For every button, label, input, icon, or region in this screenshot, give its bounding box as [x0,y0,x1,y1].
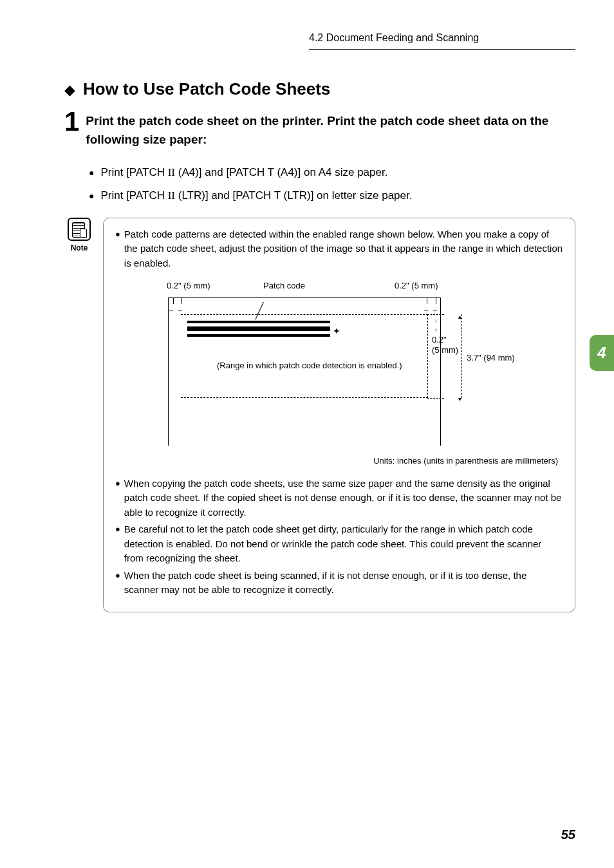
note-icon [68,218,91,241]
patch-bar [187,321,330,323]
chapter-tab: 4 [590,335,614,371]
bullet-icon: ● [89,165,94,180]
bullet-text: Print [PATCH II (A4)] and [PATCH T (A4)]… [100,166,387,179]
header-section: 4.2 Document Feeding and Scanning [309,32,575,50]
title-diamond-icon: ◆ [64,82,75,99]
note-item: ● When the patch code sheet is being sca… [115,569,563,598]
range-label: (Range in which patch code detection is … [217,361,402,372]
note-text: When copying the patch code sheets, use … [124,476,563,520]
bullet-icon: ● [115,522,120,566]
note-item: ● When copying the patch code sheets, us… [115,476,563,520]
section-title: How to Use Patch Code Sheets [83,79,330,99]
dim-right-margin: 0.2" (5 mm) [395,279,438,292]
step-number-1: 1 [64,108,79,135]
bullet-icon: ● [115,476,120,520]
note-box: ● Patch code patterns are detected withi… [103,218,575,612]
note-text: Be careful not to let the patch code she… [124,522,563,566]
patch-code-label: Patch code [263,279,305,292]
note-label: Note [71,243,88,252]
bullet-icon: ● [89,189,94,203]
step-1-instruction: Print the patch code sheet on the printe… [86,112,575,149]
note-text: When the patch code sheet is being scann… [124,569,563,598]
patch-code-diagram: 0.2" (5 mm) Patch code 0.2" (5 mm) ✦ (Ra… [135,279,563,448]
patch-bar [187,326,330,331]
list-item: ● Print [PATCH II (LTR)] and [PATCH T (L… [89,189,575,203]
note-item: ● Be careful not to let the patch code s… [115,522,563,566]
patch-bar [187,334,330,337]
dim-left-margin: 0.2" (5 mm) [167,279,210,292]
bullet-icon: ● [115,569,120,598]
note-text: Patch code patterns are detected within … [124,227,563,271]
bullet-text: Print [PATCH II (LTR)] and [PATCH T (LTR… [100,189,412,202]
note-item: ● Patch code patterns are detected withi… [115,227,563,271]
arrow-up-icon: ✦ [333,325,340,338]
units-caption: Units: inches (units in parenthesis are … [115,455,558,467]
bullet-icon: ● [115,227,120,271]
dim-height: 3.7" (94 mm) [467,352,515,364]
page-number: 55 [561,827,575,842]
dim-top-offset: 0.2" (5 mm) [432,335,458,355]
list-item: ● Print [PATCH II (A4)] and [PATCH T (A4… [89,165,575,180]
